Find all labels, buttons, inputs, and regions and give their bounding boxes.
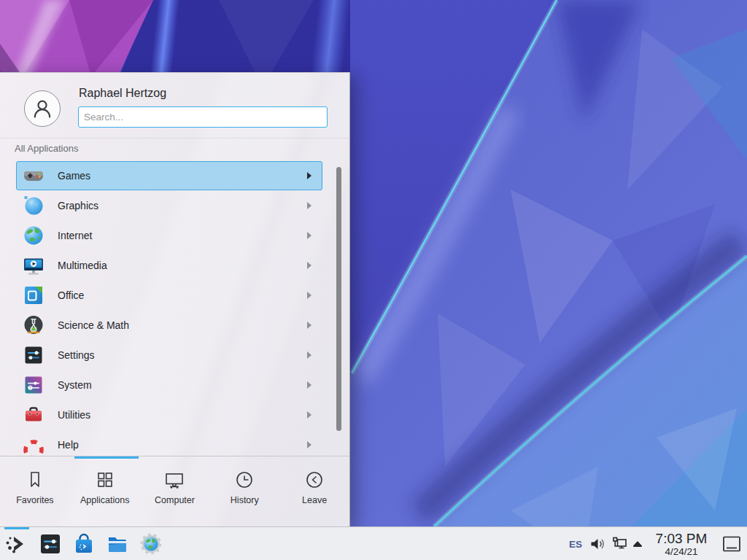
submenu-arrow-icon [307,322,311,329]
clock-icon [233,469,255,491]
application-launcher-button[interactable] [4,532,29,556]
monitor-play-icon [23,254,44,276]
submenu-arrow-icon [307,381,311,389]
submenu-arrow-icon [307,292,311,299]
category-label: Help [58,439,79,451]
tab-label: Applications [80,495,129,505]
sliders-color-icon [23,374,44,396]
tab-computer[interactable]: Computer [140,456,210,526]
category-office[interactable]: Office [16,281,322,310]
submenu-arrow-icon [307,202,311,209]
computer-icon [163,469,185,491]
bookmark-icon [24,469,46,491]
category-label: System [58,379,92,391]
volume-icon[interactable] [588,527,607,560]
category-settings[interactable]: Settings [16,341,322,370]
globe-icon [23,225,44,246]
category-label: Office [58,289,84,301]
launcher-active-indicator [4,527,29,529]
toolbox-icon [23,404,44,426]
tab-label: History [231,495,259,505]
lifebuoy-icon [23,434,44,456]
show-desktop-button[interactable] [721,527,742,560]
scrollbar-thumb[interactable] [336,167,341,431]
category-games[interactable]: Games [16,161,322,190]
clock-date: 4/24/21 [665,547,697,557]
category-multimedia[interactable]: Multimedia [16,251,322,280]
category-label: Settings [58,349,95,361]
application-launcher-popup: Raphael Hertzog All Applications Games [0,72,350,526]
sliders-dark-icon [23,344,44,366]
category-utilities[interactable]: Utilities [16,400,322,429]
category-help[interactable]: Help [16,430,322,456]
tab-applications[interactable]: Applications [70,456,140,526]
submenu-arrow-icon [307,232,311,239]
keyboard-layout-indicator[interactable]: ES [565,527,587,560]
tab-label: Leave [302,495,327,505]
expand-tray-icon[interactable] [630,527,645,560]
category-label: Utilities [58,409,90,421]
file-manager-button[interactable] [105,532,130,556]
gamepad-icon [23,165,44,187]
grid-icon [94,469,116,491]
application-category-list: Games Graphics [0,161,333,456]
category-label: Graphics [58,200,98,211]
tab-label: Favorites [16,495,53,505]
desktop: Raphael Hertzog All Applications Games [0,0,747,560]
user-icon [29,96,55,122]
section-label: All Applications [15,143,78,154]
launcher-tabbar: Favorites Applications [0,456,349,526]
category-science-math[interactable]: Science & Math [16,311,322,340]
network-icon[interactable] [610,527,629,560]
flask-icon [23,314,44,336]
category-label: Multimedia [58,260,107,271]
digital-clock[interactable]: 7:03 PM 4/24/21 [650,527,713,560]
submenu-arrow-icon [307,262,311,269]
user-name: Raphael Hertzog [79,87,166,100]
submenu-arrow-icon [307,441,311,448]
taskbar-panel: ES 7:03 PM [0,526,747,560]
launcher-header: Raphael Hertzog [0,73,349,138]
tab-history[interactable]: History [209,456,279,526]
tab-leave[interactable]: Leave [279,456,349,526]
category-graphics[interactable]: Graphics [16,191,322,220]
tab-favorites[interactable]: Favorites [0,456,70,526]
category-label: Science & Math [58,319,129,331]
web-browser-button[interactable] [139,532,163,556]
search-input[interactable] [78,106,328,128]
document-icon [23,284,44,306]
user-avatar[interactable] [24,90,61,127]
active-tab-indicator [74,456,139,459]
submenu-arrow-icon [307,172,311,179]
submenu-arrow-icon [307,411,311,419]
clock-time: 7:03 PM [656,532,708,545]
tab-label: Computer [155,495,195,505]
category-system[interactable]: System [16,370,322,400]
category-label: Internet [58,230,92,241]
discover-button[interactable] [71,532,96,556]
leave-icon [303,469,325,491]
category-label: Games [58,170,90,182]
submenu-arrow-icon [307,351,311,359]
header-separator [0,138,349,139]
category-internet[interactable]: Internet [16,221,322,250]
graphics-sphere-icon [23,195,44,217]
system-settings-button[interactable] [38,532,63,556]
